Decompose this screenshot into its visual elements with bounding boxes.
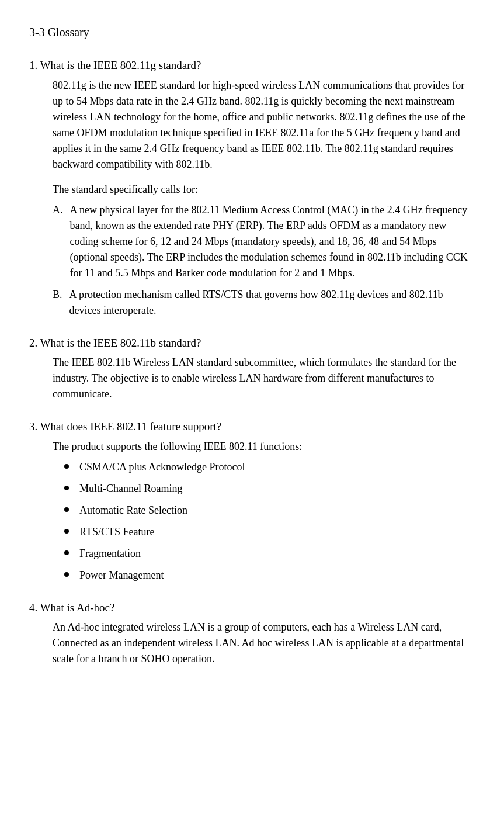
section-3-header: 3. What does IEEE 802.11 feature support…: [29, 418, 475, 435]
section-1-header: 1. What is the IEEE 802.11g standard?: [29, 57, 475, 74]
bullet-text-2: Automatic Rate Selection: [79, 503, 187, 518]
bullet-item-1: Multi-Channel Roaming: [64, 481, 475, 497]
bullet-text-1: Multi-Channel Roaming: [79, 481, 182, 497]
bullet-text-5: Power Management: [79, 567, 164, 583]
section-2: 2. What is the IEEE 802.11b standard? Th…: [29, 335, 475, 403]
bullet-dot-2: [64, 507, 69, 512]
call-item-a-body: A new physical layer for the 802.11 Medi…: [70, 202, 475, 281]
bullet-dot-5: [64, 572, 69, 577]
bullet-item-2: Automatic Rate Selection: [64, 503, 475, 518]
call-item-a: A.A new physical layer for the 802.11 Me…: [53, 202, 475, 281]
bullet-text-4: Fragmentation: [79, 546, 141, 562]
section-3: 3. What does IEEE 802.11 feature support…: [29, 418, 475, 583]
calls-header: The standard specifically calls for:: [53, 182, 475, 198]
section-3-bullet-list: CSMA/CA plus Acknowledge ProtocolMulti-C…: [53, 459, 475, 583]
bullet-dot-4: [64, 550, 69, 555]
bullet-text-0: CSMA/CA plus Acknowledge Protocol: [79, 459, 245, 475]
bullet-item-5: Power Management: [64, 567, 475, 583]
bullet-item-3: RTS/CTS Feature: [64, 524, 475, 540]
section-1: 1. What is the IEEE 802.11g standard? 80…: [29, 57, 475, 318]
page-title: 3-3 Glossary: [29, 23, 475, 41]
section-3-intro: The product supports the following IEEE …: [53, 439, 475, 455]
section-4-body: An Ad-hoc integrated wireless LAN is a g…: [53, 619, 475, 667]
standard-calls: The standard specifically calls for: A.A…: [53, 182, 475, 318]
section-2-header: 2. What is the IEEE 802.11b standard?: [29, 335, 475, 352]
bullet-dot-1: [64, 486, 69, 490]
bullet-item-0: CSMA/CA plus Acknowledge Protocol: [64, 459, 475, 475]
call-item-b-label: B.: [53, 287, 62, 303]
bullet-dot-3: [64, 529, 69, 534]
call-item-b-body: A protection mechanism called RTS/CTS th…: [69, 287, 475, 318]
call-item-a-label: A.: [53, 202, 63, 218]
bullet-text-3: RTS/CTS Feature: [79, 524, 154, 540]
section-2-body: The IEEE 802.11b Wireless LAN standard s…: [53, 355, 475, 402]
section-4: 4. What is Ad-hoc? An Ad-hoc integrated …: [29, 600, 475, 667]
bullet-item-4: Fragmentation: [64, 546, 475, 562]
section-4-header: 4. What is Ad-hoc?: [29, 600, 475, 617]
bullet-dot-0: [64, 464, 69, 469]
call-item-b: B.A protection mechanism called RTS/CTS …: [53, 287, 475, 318]
section-1-body: 802.11g is the new IEEE standard for hig…: [53, 78, 475, 172]
